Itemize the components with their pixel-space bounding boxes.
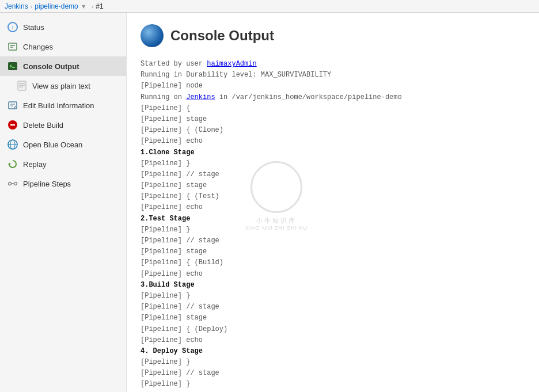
breadcrumb-build: #1 (96, 2, 103, 10)
svg-rect-7 (18, 81, 26, 90)
svg-text:i: i (12, 24, 13, 31)
log-line-close1: [Pipeline] } (141, 158, 525, 169)
sidebar-item-edit-build[interactable]: Edit Build Information (0, 96, 126, 115)
breadcrumb-pipeline[interactable]: pipeline-demo (35, 2, 78, 10)
log-line-stage1: [Pipeline] stage (141, 114, 525, 125)
log-line-close3: [Pipeline] } (141, 291, 525, 302)
edit-icon (7, 100, 18, 111)
sidebar-item-status-label: Status (23, 23, 44, 32)
delete-icon (7, 119, 18, 131)
log-line-clone-stage: 1.Clone Stage (141, 147, 525, 158)
plaintext-icon (16, 80, 28, 92)
console-globe-icon (141, 24, 164, 47)
sidebar-item-changes-label: Changes (23, 43, 53, 51)
log-line-slash-stage1: [Pipeline] // stage (141, 169, 525, 180)
replay-icon (7, 158, 18, 170)
log-line-deploy-stage: 4. Deploy Stage (141, 346, 525, 357)
log-line-node: [Pipeline] node (141, 81, 525, 92)
log-line-build-open: [Pipeline] { (Build) (141, 257, 525, 268)
svg-rect-11 (9, 102, 17, 109)
log-line-echo2: [Pipeline] echo (141, 202, 525, 213)
log-line-durability: Running in Durability level: MAX_SURVIVA… (141, 70, 525, 81)
sidebar-item-plaintext-label: View as plain text (32, 82, 90, 90)
sidebar: i Status Changes Console Output View as … (0, 13, 127, 392)
sidebar-item-pipeline-steps[interactable]: Pipeline Steps (0, 174, 126, 193)
breadcrumb: Jenkins › pipeline-demo ▼ › #1 (0, 0, 539, 13)
svg-point-20 (9, 182, 12, 185)
breadcrumb-sep2: › (92, 3, 94, 10)
sidebar-item-delete-label: Delete Build (23, 121, 63, 130)
changes-icon (7, 41, 18, 52)
ocean-icon (7, 139, 18, 150)
breadcrumb-dropdown: ▼ (81, 3, 87, 10)
svg-rect-5 (8, 62, 17, 70)
log-line-test-stage: 2.Test Stage (141, 214, 525, 224)
sidebar-item-changes[interactable]: Changes (0, 37, 126, 56)
user-link[interactable]: haimaxyAdmin (207, 60, 256, 68)
sidebar-item-console-label: Console Output (23, 62, 79, 71)
page-title: Console Output (170, 28, 274, 44)
log-line-slash-stage4: [Pipeline] // stage (141, 368, 525, 379)
log-line-slash-stage3: [Pipeline] // stage (141, 302, 525, 313)
sidebar-item-replay-label: Replay (23, 160, 46, 169)
pipeline-icon (7, 178, 18, 189)
log-line-slash-node: [Pipeline] // node (141, 390, 525, 392)
log-line-test-open: [Pipeline] { (Test) (141, 191, 525, 202)
log-line-build-stage: 3.Build Stage (141, 280, 525, 291)
log-line-stage3: [Pipeline] stage (141, 246, 525, 257)
breadcrumb-jenkins[interactable]: Jenkins (5, 2, 28, 10)
sidebar-item-status[interactable]: i Status (0, 17, 126, 37)
sidebar-item-delete[interactable]: Delete Build (0, 115, 126, 135)
log-line-close4: [Pipeline] } (141, 357, 525, 368)
log-line-echo3: [Pipeline] echo (141, 269, 525, 280)
main-content: Console Output Started by user haimaxyAd… (127, 13, 539, 392)
log-line-close-main: [Pipeline] } (141, 379, 525, 390)
sidebar-item-replay[interactable]: Replay (0, 154, 126, 174)
log-line-close2: [Pipeline] } (141, 224, 525, 235)
sidebar-item-edit-label: Edit Build Information (23, 101, 94, 110)
status-icon: i (7, 21, 18, 33)
log-line-running-on: Running on Jenkins in /var/jenkins_home/… (141, 92, 525, 103)
log-line-slash-stage2: [Pipeline] // stage (141, 235, 525, 246)
log-line-echo1: [Pipeline] echo (141, 136, 525, 147)
log-line-clone-open: [Pipeline] { (Clone) (141, 125, 525, 136)
sidebar-item-plaintext[interactable]: View as plain text (0, 76, 126, 96)
breadcrumb-sep1: › (31, 3, 33, 10)
jenkins-link[interactable]: Jenkins (186, 93, 215, 101)
svg-point-21 (14, 182, 17, 185)
sidebar-item-ocean-label: Open Blue Ocean (23, 140, 82, 149)
page-title-container: Console Output (141, 24, 525, 47)
svg-rect-2 (9, 43, 17, 50)
log-line-started: Started by user haimaxyAdmin (141, 59, 525, 70)
log-line-deploy-open: [Pipeline] { (Deploy) (141, 324, 525, 335)
console-log: Started by user haimaxyAdmin Running in … (141, 59, 525, 392)
log-line-stage4: [Pipeline] stage (141, 313, 525, 324)
sidebar-item-pipeline-label: Pipeline Steps (23, 180, 71, 188)
console-icon (7, 60, 18, 72)
sidebar-item-ocean[interactable]: Open Blue Ocean (0, 135, 126, 154)
log-line-open-brace: [Pipeline] { (141, 103, 525, 114)
log-line-echo4: [Pipeline] echo (141, 335, 525, 346)
log-line-stage2: [Pipeline] stage (141, 180, 525, 191)
sidebar-item-console[interactable]: Console Output (0, 56, 126, 76)
